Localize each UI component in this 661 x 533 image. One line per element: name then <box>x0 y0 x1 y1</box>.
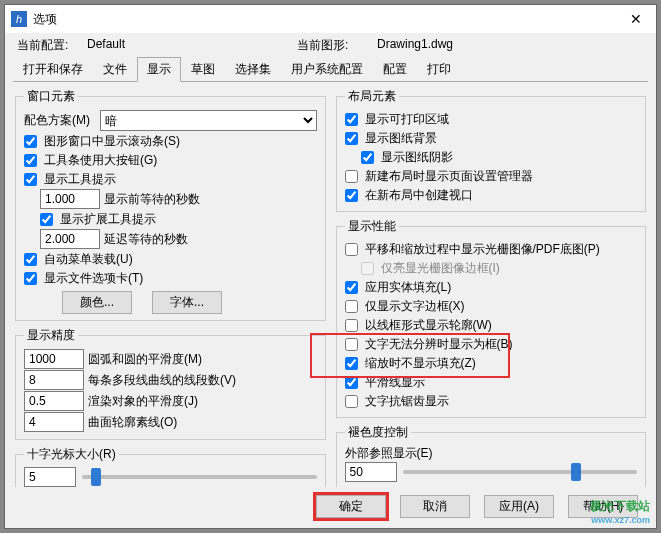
slider-xref[interactable] <box>403 470 638 474</box>
chk-scrollbar[interactable] <box>24 135 37 148</box>
group-layout-elements: 布局元素 显示可打印区域 显示图纸背景 显示图纸阴影 新建布局时显示页面设置管理… <box>336 88 647 212</box>
lab-scrollbar: 图形窗口中显示滚动条(S) <box>44 133 180 150</box>
color-scheme-label: 配色方案(M) <box>24 112 90 129</box>
lab-aa-text: 文字抗锯齿显示 <box>365 393 449 410</box>
lab-big-buttons: 工具条使用大按钮(G) <box>44 152 157 169</box>
chk-ext-tooltip[interactable] <box>40 213 53 226</box>
in-tooltip-delay[interactable] <box>40 189 100 209</box>
lab-file-tabs: 显示文件选项卡(T) <box>44 270 143 287</box>
chk-paper-shadow[interactable] <box>361 151 374 164</box>
chk-viewport[interactable] <box>345 189 358 202</box>
color-scheme-select[interactable]: 暗 <box>100 110 317 131</box>
chk-smooth-line[interactable] <box>345 376 358 389</box>
chk-raster[interactable] <box>345 243 358 256</box>
tab-bar: 打开和保存 文件 显示 草图 选择集 用户系统配置 配置 打印 <box>13 56 648 82</box>
chk-aa-text[interactable] <box>345 395 358 408</box>
lab-printable: 显示可打印区域 <box>365 111 449 128</box>
footer-buttons: 确定 取消 应用(A) 帮助(H) 极光下载站 www.xz7.com <box>5 487 656 528</box>
chk-wire-frame[interactable] <box>345 319 358 332</box>
chk-auto-menu[interactable] <box>24 253 37 266</box>
tab-open-save[interactable]: 打开和保存 <box>13 57 93 82</box>
chk-solid-fill[interactable] <box>345 281 358 294</box>
group-fade: 褪色度控制 外部参照显示(E) 在位编辑显示(Y) <box>336 424 647 487</box>
lab-text-frame: 仅显示文字边框(X) <box>365 298 465 315</box>
in-surf[interactable] <box>24 412 84 432</box>
group-display-perf: 显示性能 平移和缩放过程中显示光栅图像/PDF底图(P) 仅亮显光栅图像边框(I… <box>336 218 647 418</box>
chk-paper-bg[interactable] <box>345 132 358 145</box>
in-xref[interactable] <box>345 462 397 482</box>
slider-crosshair[interactable] <box>82 475 317 479</box>
options-dialog: h 选项 ✕ 当前配置: Default 当前图形: Drawing1.dwg … <box>4 4 657 529</box>
group-display-precision: 显示精度 圆弧和圆的平滑度(M) 每条多段线曲线的线段数(V) 渲染对象的平滑度… <box>15 327 326 440</box>
lab-render: 渲染对象的平滑度(J) <box>88 393 198 410</box>
lab-highlight-frame: 仅亮显光栅图像边框(I) <box>381 260 500 277</box>
legend-display-precision: 显示精度 <box>24 327 78 344</box>
lab-ext-tooltip: 显示扩展工具提示 <box>60 211 156 228</box>
lab-poly: 每条多段线曲线的线段数(V) <box>88 372 236 389</box>
btn-fonts[interactable]: 字体... <box>152 291 222 314</box>
group-window-elements: 窗口元素 配色方案(M) 暗 图形窗口中显示滚动条(S) 工具条使用大按钮(G)… <box>15 88 326 321</box>
right-column: 布局元素 显示可打印区域 显示图纸背景 显示图纸阴影 新建布局时显示页面设置管理… <box>336 88 647 485</box>
lab-raster: 平移和缩放过程中显示光栅图像/PDF底图(P) <box>365 241 600 258</box>
chk-hide-fill[interactable] <box>345 357 358 370</box>
in-ext-delay[interactable] <box>40 229 100 249</box>
legend-window-elements: 窗口元素 <box>24 88 78 105</box>
legend-layout-elements: 布局元素 <box>345 88 399 105</box>
tab-files[interactable]: 文件 <box>93 57 137 82</box>
chk-true-type[interactable] <box>345 338 358 351</box>
tab-draft[interactable]: 草图 <box>181 57 225 82</box>
apply-button[interactable]: 应用(A) <box>484 495 554 518</box>
lab-true-type: 文字无法分辨时显示为框(B) <box>365 336 513 353</box>
lab-hide-fill: 缩放时不显示填充(Z) <box>365 355 476 372</box>
lab-xref: 外部参照显示(E) <box>345 445 638 462</box>
lab-page-setup: 新建布局时显示页面设置管理器 <box>365 168 533 185</box>
in-render[interactable] <box>24 391 84 411</box>
cancel-button[interactable]: 取消 <box>400 495 470 518</box>
current-drawing-label: 当前图形: <box>297 37 377 54</box>
lab-ext-delay: 延迟等待的秒数 <box>104 231 188 248</box>
btn-colors[interactable]: 颜色... <box>62 291 132 314</box>
titlebar: h 选项 ✕ <box>5 5 656 33</box>
legend-display-perf: 显示性能 <box>345 218 399 235</box>
lab-solid-fill: 应用实体填充(L) <box>365 279 452 296</box>
tab-display[interactable]: 显示 <box>137 57 181 82</box>
left-column: 窗口元素 配色方案(M) 暗 图形窗口中显示滚动条(S) 工具条使用大按钮(G)… <box>15 88 326 485</box>
ok-button[interactable]: 确定 <box>316 495 386 518</box>
lab-wire-frame: 以线框形式显示轮廓(W) <box>365 317 492 334</box>
in-crosshair[interactable] <box>24 467 76 487</box>
in-arc[interactable] <box>24 349 84 369</box>
tab-user-system[interactable]: 用户系统配置 <box>281 57 373 82</box>
tab-config[interactable]: 配置 <box>373 57 417 82</box>
chk-file-tabs[interactable] <box>24 272 37 285</box>
content-area: 窗口元素 配色方案(M) 暗 图形窗口中显示滚动条(S) 工具条使用大按钮(G)… <box>5 82 656 487</box>
lab-paper-shadow: 显示图纸阴影 <box>381 149 453 166</box>
tab-selection[interactable]: 选择集 <box>225 57 281 82</box>
in-poly[interactable] <box>24 370 84 390</box>
chk-printable[interactable] <box>345 113 358 126</box>
close-button[interactable]: ✕ <box>622 11 650 27</box>
lab-auto-menu: 自动菜单装载(U) <box>44 251 133 268</box>
lab-tooltip-delay: 显示前等待的秒数 <box>104 191 200 208</box>
help-button[interactable]: 帮助(H) <box>568 495 638 518</box>
group-crosshair: 十字光标大小(R) <box>15 446 326 487</box>
chk-highlight-frame <box>361 262 374 275</box>
current-drawing-value: Drawing1.dwg <box>377 37 587 54</box>
lab-viewport: 在新布局中创建视口 <box>365 187 473 204</box>
lab-surf: 曲面轮廓素线(O) <box>88 414 177 431</box>
lab-paper-bg: 显示图纸背景 <box>365 130 437 147</box>
chk-page-setup[interactable] <box>345 170 358 183</box>
chk-text-frame[interactable] <box>345 300 358 313</box>
chk-big-buttons[interactable] <box>24 154 37 167</box>
lab-arc: 圆弧和圆的平滑度(M) <box>88 351 202 368</box>
legend-crosshair: 十字光标大小(R) <box>24 446 119 463</box>
app-icon: h <box>11 11 27 27</box>
legend-fade: 褪色度控制 <box>345 424 411 441</box>
window-title: 选项 <box>33 11 622 28</box>
header-row: 当前配置: Default 当前图形: Drawing1.dwg <box>5 33 656 54</box>
lab-smooth-line: 平滑线显示 <box>365 374 425 391</box>
lab-tooltips: 显示工具提示 <box>44 171 116 188</box>
current-config-value: Default <box>87 37 297 54</box>
current-config-label: 当前配置: <box>17 37 87 54</box>
tab-print[interactable]: 打印 <box>417 57 461 82</box>
chk-tooltips[interactable] <box>24 173 37 186</box>
